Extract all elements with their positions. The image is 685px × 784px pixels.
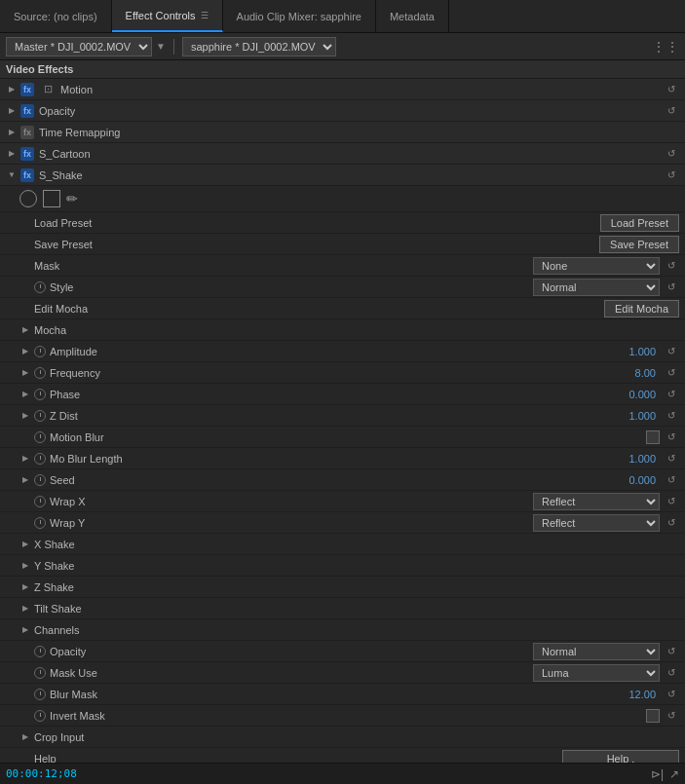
help-right: Help . [562,750,679,764]
tilt-shake-expand[interactable] [19,603,31,615]
phase-row: Phase 0.000 ↺ [0,384,685,405]
motion-reset[interactable]: ↺ [664,84,679,94]
phase-clock-icon[interactable] [34,389,46,400]
mask-use-reset[interactable]: ↺ [664,667,679,678]
toolbar-separator [173,39,174,55]
mo-blur-length-value[interactable]: 1.000 [607,453,656,465]
zdist-reset[interactable]: ↺ [664,410,679,421]
mo-blur-length-reset[interactable]: ↺ [664,453,679,464]
style-reset[interactable]: ↺ [664,281,679,292]
circle-icon[interactable] [19,190,37,207]
y-shake-expand[interactable] [19,560,31,572]
seed-clock-icon[interactable] [34,474,46,486]
wrap-x-dropdown[interactable]: Reflect [533,493,660,510]
opacity2-reset[interactable]: ↺ [664,646,679,656]
seed-reset[interactable]: ↺ [664,474,679,485]
channels-expand[interactable] [19,624,31,636]
zdist-expand[interactable] [19,410,31,422]
save-preset-button[interactable]: Save Preset [599,236,679,253]
tab-effect-controls[interactable]: Effect Controls ☰ [112,0,223,32]
s-cartoon-row: fx S_Cartoon ↺ [0,143,685,165]
frequency-expand[interactable] [19,367,31,379]
toolbar: Master * DJI_0002.MOV ▼ sapphire * DJI_0… [0,33,685,60]
seed-value[interactable]: 0.000 [607,474,656,486]
zdist-clock-icon[interactable] [34,410,46,422]
opacity2-clock-icon[interactable] [34,646,46,657]
panel-options-icon[interactable]: ⋮⋮ [652,39,679,55]
amplitude-expand[interactable] [19,346,31,357]
tilt-shake-row: Tilt Shake [0,598,685,619]
seed-label: Seed [50,474,607,486]
time-remap-label: Time Remapping [39,127,679,138]
opacity-expand[interactable] [6,105,18,117]
invert-mask-clock-icon[interactable] [34,710,46,722]
help-button[interactable]: Help . [562,750,679,764]
tab-metadata[interactable]: Metadata [376,0,449,32]
seed-expand[interactable] [19,474,31,486]
motion-blur-right: ↺ [646,430,679,444]
square-icon[interactable] [43,190,60,207]
phase-reset[interactable]: ↺ [664,389,679,399]
frequency-value[interactable]: 8.00 [607,367,656,379]
style-row: Style Normal ↺ [0,277,685,298]
wrap-x-clock-icon[interactable] [34,496,46,507]
phase-value[interactable]: 0.000 [607,389,656,400]
style-clock-icon[interactable] [34,281,46,293]
zdist-label: Z Dist [50,410,607,422]
wrap-y-dropdown[interactable]: Reflect [533,514,660,532]
mocha-expand[interactable] [19,324,31,336]
wrap-x-reset[interactable]: ↺ [664,496,679,506]
s-shake-expand[interactable] [6,169,18,181]
z-shake-expand[interactable] [19,581,31,593]
load-preset-button[interactable]: Load Preset [600,214,679,232]
frequency-reset[interactable]: ↺ [664,367,679,378]
frequency-clock-icon[interactable] [34,367,46,379]
mo-blur-length-expand[interactable] [19,453,31,465]
time-remap-expand[interactable] [6,127,18,138]
invert-mask-checkbox[interactable] [646,709,660,723]
mask-use-dropdown[interactable]: Luma [533,664,660,682]
wrap-y-reset[interactable]: ↺ [664,517,679,528]
tab-menu-icon[interactable]: ☰ [201,11,209,20]
z-shake-row: Z Shake [0,577,685,598]
amplitude-reset[interactable]: ↺ [664,346,679,356]
motion-expand[interactable] [6,84,18,95]
zdist-value[interactable]: 1.000 [607,410,656,422]
motion-blur-clock-icon[interactable] [34,431,46,443]
s-cartoon-reset[interactable]: ↺ [664,148,679,159]
mask-dropdown[interactable]: None [533,257,660,275]
motion-blur-reset[interactable]: ↺ [664,431,679,442]
tab-source[interactable]: Source: (no clips) [0,0,112,32]
wrap-y-clock-icon[interactable] [34,517,46,529]
x-shake-expand[interactable] [19,539,31,550]
invert-mask-row: Invert Mask ↺ [0,705,685,727]
footer-go-to-icon[interactable]: ⊳| [651,767,664,781]
amplitude-value[interactable]: 1.000 [607,346,656,357]
opacity2-dropdown[interactable]: Normal [533,643,660,660]
invert-mask-right: ↺ [646,709,679,723]
master-clip-select[interactable]: Master * DJI_0002.MOV [6,37,152,56]
zdist-right: 1.000 ↺ [607,410,679,422]
opacity-reset[interactable]: ↺ [664,105,679,116]
blur-mask-value[interactable]: 12.00 [607,689,656,700]
sapphire-clip-select[interactable]: sapphire * DJI_0002.MOV [182,37,336,56]
amplitude-clock-icon[interactable] [34,346,46,357]
motion-blur-checkbox[interactable] [646,430,660,444]
blur-mask-clock-icon[interactable] [34,689,46,700]
phase-expand[interactable] [19,389,31,400]
mask-use-clock-icon[interactable] [34,667,46,679]
s-cartoon-expand[interactable] [6,148,18,160]
blur-mask-right: 12.00 ↺ [607,689,679,700]
s-shake-reset[interactable]: ↺ [664,169,679,180]
edit-mocha-button[interactable]: Edit Mocha [604,300,679,317]
mask-reset[interactable]: ↺ [664,260,679,271]
style-dropdown[interactable]: Normal [533,279,660,296]
mo-blur-length-right: 1.000 ↺ [607,453,679,465]
crop-input-expand[interactable] [19,731,31,743]
invert-mask-reset[interactable]: ↺ [664,710,679,721]
footer-export-icon[interactable]: ↗ [669,767,679,781]
blur-mask-reset[interactable]: ↺ [664,689,679,699]
tab-audio-clip-mixer[interactable]: Audio Clip Mixer: sapphire [223,0,376,32]
mo-blur-length-clock-icon[interactable] [34,453,46,465]
pen-icon[interactable]: ✏ [66,191,78,206]
